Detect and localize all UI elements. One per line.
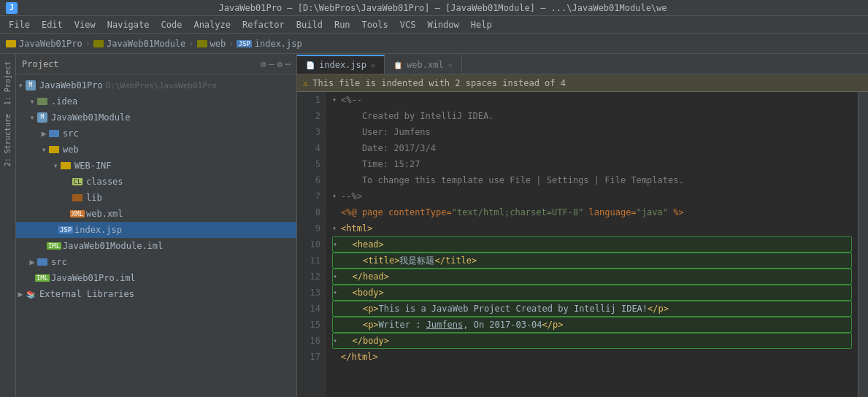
code-line: Date: 2017/3/4	[332, 140, 852, 156]
tree-item[interactable]: ▾MJavaWeb01Module	[16, 109, 296, 126]
code-content[interactable]: ▾<%-- Created by IntelliJ IDEA. User: Ju…	[326, 92, 858, 397]
editor-tab-webxml[interactable]: 📋web.xml✕	[385, 55, 462, 74]
menu-bar: FileEditViewNavigateCodeAnalyzeRefactorB…	[0, 16, 868, 34]
editor-tab-indexjsp[interactable]: 📄index.jsp✕	[297, 55, 385, 74]
code-line: ▾ </head>	[332, 269, 852, 285]
fold-arrow[interactable]: ▾	[332, 220, 339, 236]
tree-arrow: ▾	[28, 112, 37, 123]
fold-arrow	[332, 124, 339, 140]
code-line: User: Jumfens	[332, 124, 852, 140]
code-text: <p>This is a JavaWeb Project Created by …	[342, 301, 669, 317]
code-text: <head>	[342, 236, 384, 253]
breadcrumb-item-web[interactable]: web	[197, 39, 226, 49]
menu-edit[interactable]: Edit	[36, 18, 69, 31]
fold-arrow[interactable]: ▾	[333, 269, 340, 285]
fold-arrow[interactable]: ▾	[333, 236, 340, 253]
main-layout: 1: Project 2: Structure Project ⚙ — ⚙ ⋯ …	[0, 54, 868, 397]
tree-node-icon	[48, 128, 60, 139]
project-panel-title: Project	[22, 59, 261, 69]
menu-code[interactable]: Code	[155, 18, 188, 31]
tree-item[interactable]: ▾.idea	[16, 93, 296, 109]
code-text: <p>Writer : Jumfens, On 2017-03-04</p>	[342, 317, 563, 333]
tree-item-label: lib	[86, 193, 102, 203]
tree-item-label: src	[51, 257, 67, 267]
code-text: User: Jumfens	[341, 124, 431, 140]
code-text: To change this template use File | Setti…	[341, 172, 684, 188]
tree-item[interactable]: ▾WEB-INF	[16, 158, 296, 174]
code-text: --%>	[341, 188, 362, 204]
tree-node-icon	[37, 96, 48, 107]
collapse-icon[interactable]: —	[269, 59, 274, 69]
warning-icon: ⚠	[303, 78, 308, 88]
code-line: ▾ </body>	[332, 333, 852, 349]
breadcrumb-item-indexjsp[interactable]: JSP index.jsp	[237, 39, 302, 49]
tree-node-icon: JSP	[60, 225, 72, 235]
code-line: ▾ <body>	[332, 285, 852, 301]
fold-arrow[interactable]: ▾	[332, 92, 339, 108]
tree-item[interactable]: lib	[16, 190, 296, 206]
tree-arrow: ▾	[51, 161, 60, 171]
line-number: 9	[297, 220, 320, 236]
breadcrumb-item-javaweb01module[interactable]: JavaWeb01Module	[93, 39, 185, 49]
menu-analyze[interactable]: Analyze	[188, 18, 237, 31]
tab-label: index.jsp	[319, 60, 366, 70]
tree-item[interactable]: ▶src	[16, 254, 296, 270]
code-line: ▾<%--	[332, 92, 852, 108]
breadcrumb-separator: ›	[85, 39, 91, 49]
sync-icon[interactable]: ⚙	[261, 59, 266, 69]
line-number: 7	[297, 188, 320, 204]
tree-item[interactable]: CLclasses	[16, 174, 296, 190]
tree-item[interactable]: ▾MJavaWeb01ProD:\WebPros\JavaWeb01Pro	[16, 77, 296, 93]
tab-close-button[interactable]: ✕	[371, 61, 375, 69]
warning-bar: ⚠ This file is indented with 2 spaces in…	[297, 74, 868, 92]
folder-icon	[6, 40, 16, 47]
project-tab[interactable]: 1: Project	[1, 57, 14, 109]
line-number: 6	[297, 172, 320, 188]
tree-item[interactable]: ▾web	[16, 142, 296, 158]
code-text: <%@ page contentType="text/html;charset=…	[341, 204, 684, 220]
fold-arrow[interactable]: ▾	[332, 188, 339, 204]
tab-close-button[interactable]: ✕	[448, 61, 453, 69]
settings-icon[interactable]: ⚙	[277, 59, 283, 69]
tree-node-icon: M	[25, 80, 37, 90]
code-line: <title>我是标题</title>	[332, 253, 852, 269]
code-text: Date: 2017/3/4	[341, 140, 436, 156]
code-line: Time: 15:27	[332, 156, 852, 172]
tree-item[interactable]: IMLJavaWeb01Module.iml	[16, 238, 296, 254]
menu-run[interactable]: Run	[329, 18, 356, 31]
tree-arrow: ▾	[28, 96, 37, 107]
tree-arrow: ▾	[39, 144, 48, 155]
tree-node-icon: IML	[37, 273, 48, 283]
code-text: </body>	[342, 333, 389, 349]
menu-view[interactable]: View	[69, 18, 101, 31]
menu-vcs[interactable]: VCS	[394, 18, 422, 31]
tree-item-label: .idea	[51, 96, 77, 107]
window-title: JavaWeb01Pro – [D:\WebPros\JavaWeb01Pro]…	[23, 3, 862, 13]
tree-item[interactable]: IMLJavaWeb01Pro.iml	[16, 270, 296, 286]
menu-navigate[interactable]: Navigate	[101, 18, 155, 31]
warning-text: This file is indented with 2 spaces inst…	[312, 78, 566, 88]
project-panel: Project ⚙ — ⚙ ⋯ ▾MJavaWeb01ProD:\WebPros…	[16, 54, 297, 397]
code-text: Time: 15:27	[341, 156, 420, 172]
fold-arrow[interactable]: ▾	[333, 285, 340, 301]
tree-item[interactable]: ▶src	[16, 126, 296, 142]
tree-item[interactable]: ▶📚External Libraries	[16, 286, 296, 302]
menu-build[interactable]: Build	[291, 18, 329, 31]
fold-arrow[interactable]: ▾	[333, 333, 340, 349]
menu-refactor[interactable]: Refactor	[237, 18, 291, 31]
code-area: 1234567891011121314151617 ▾<%-- Created …	[297, 92, 868, 397]
structure-tab[interactable]: 2: Structure	[1, 109, 14, 171]
menu-tools[interactable]: Tools	[356, 18, 394, 31]
menu-file[interactable]: File	[3, 18, 36, 31]
tree-item[interactable]: XMLweb.xml	[16, 206, 296, 222]
menu-window[interactable]: Window	[421, 18, 464, 31]
code-line: </html>	[332, 349, 852, 365]
tree-node-icon: CL	[72, 177, 83, 187]
breadcrumb-separator: ›	[188, 39, 193, 49]
menu-help[interactable]: Help	[465, 18, 498, 31]
breadcrumb-item-javaweb01pro[interactable]: JavaWeb01Pro	[6, 39, 82, 49]
gear-icon[interactable]: ⋯	[285, 59, 291, 69]
title-bar: J JavaWeb01Pro – [D:\WebPros\JavaWeb01Pr…	[0, 0, 868, 16]
tree-item[interactable]: JSPindex.jsp	[16, 222, 296, 238]
fold-arrow	[333, 317, 340, 333]
